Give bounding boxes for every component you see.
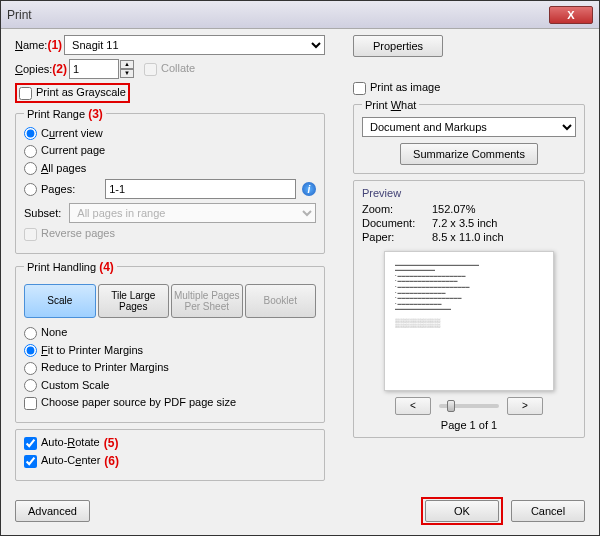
current-view-option[interactable]: Current view [24, 127, 103, 141]
tile-tab[interactable]: Tile Large Pages [98, 284, 170, 318]
none-option[interactable]: None [24, 326, 67, 340]
auto-center-checkbox[interactable] [24, 455, 37, 468]
fit-margins-radio[interactable] [24, 344, 37, 357]
none-radio[interactable] [24, 327, 37, 340]
footer: Advanced OK Cancel [15, 497, 585, 525]
all-pages-radio[interactable] [24, 162, 37, 175]
printer-select[interactable]: Snagit 11 [64, 35, 325, 55]
auto-rotate-checkbox[interactable] [24, 437, 37, 450]
paper-label: Paper: [362, 231, 432, 243]
close-button[interactable]: X [549, 6, 593, 24]
collate-label: Collate [144, 62, 195, 76]
custom-scale-radio[interactable] [24, 379, 37, 392]
titlebar: Print X [1, 1, 599, 29]
preview-legend: Preview [362, 187, 576, 199]
document-label: Document: [362, 217, 432, 229]
grayscale-highlight: Print as Grayscale [15, 83, 130, 103]
annotation-4: (4) [99, 260, 114, 274]
auto-rotate-option[interactable]: Auto-Rotate [24, 436, 100, 450]
pages-radio[interactable] [24, 183, 37, 196]
copies-label: Copies: [15, 63, 52, 75]
prev-page-button[interactable]: < [395, 397, 431, 415]
current-page-option[interactable]: Current page [24, 144, 105, 158]
annotation-3: (3) [88, 107, 103, 121]
preview-group: Preview Zoom:152.07% Document:7.2 x 3.5 … [353, 180, 585, 438]
ok-highlight: OK [421, 497, 503, 525]
subset-select[interactable]: All pages in range [69, 203, 316, 223]
annotation-2: (2) [52, 62, 67, 76]
reverse-pages-checkbox [24, 228, 37, 241]
pages-option[interactable]: Pages: [24, 183, 75, 197]
cancel-button[interactable]: Cancel [511, 500, 585, 522]
right-column: Properties Print as image Print What Doc… [353, 35, 585, 438]
close-icon: X [567, 9, 574, 21]
document-value: 7.2 x 3.5 inch [432, 217, 576, 229]
print-what-legend: Print What [362, 99, 419, 111]
all-pages-option[interactable]: All pages [24, 162, 86, 176]
fit-margins-option[interactable]: Fit to Printer Margins [24, 344, 143, 358]
summarize-button[interactable]: Summarize Comments [400, 143, 538, 165]
multiple-tab[interactable]: Multiple Pages Per Sheet [171, 284, 243, 318]
dialog-content: Name: (1) Snagit 11 Copies: (2) ▲ ▼ Coll… [1, 29, 599, 535]
window-title: Print [7, 8, 549, 22]
zoom-label: Zoom: [362, 203, 432, 215]
print-as-image-checkbox[interactable] [353, 82, 366, 95]
paper-value: 8.5 x 11.0 inch [432, 231, 576, 243]
print-handling-group: Print Handling (4) Scale Tile Large Page… [15, 260, 325, 423]
pages-input[interactable] [105, 179, 296, 199]
print-dialog: Print X Name: (1) Snagit 11 Copies: (2) … [0, 0, 600, 536]
reduce-margins-option[interactable]: Reduce to Printer Margins [24, 361, 169, 375]
copies-up[interactable]: ▲ [120, 60, 134, 69]
annotation-5: (5) [104, 436, 119, 450]
subset-label: Subset: [24, 207, 61, 219]
name-label: Name: [15, 39, 47, 51]
slider-thumb[interactable] [447, 400, 455, 412]
reverse-pages-option: Reverse pages [24, 227, 115, 241]
page-slider[interactable] [439, 404, 499, 408]
grayscale-label[interactable]: Print as Grayscale [19, 86, 126, 98]
choose-paper-checkbox[interactable] [24, 397, 37, 410]
copies-down[interactable]: ▼ [120, 69, 134, 78]
scale-tab[interactable]: Scale [24, 284, 96, 318]
info-icon[interactable]: i [302, 182, 316, 196]
collate-checkbox [144, 63, 157, 76]
custom-scale-option[interactable]: Custom Scale [24, 379, 109, 393]
grayscale-checkbox[interactable] [19, 87, 32, 100]
advanced-button[interactable]: Advanced [15, 500, 90, 522]
ok-button[interactable]: OK [425, 500, 499, 522]
zoom-value: 152.07% [432, 203, 576, 215]
reduce-margins-radio[interactable] [24, 362, 37, 375]
print-as-image-option[interactable]: Print as image [353, 81, 440, 95]
print-what-select[interactable]: Document and Markups [362, 117, 576, 137]
copies-input[interactable] [69, 59, 119, 79]
print-what-group: Print What Document and Markups Summariz… [353, 99, 585, 174]
auto-group: Auto-Rotate (5) Auto-Center (6) [15, 429, 325, 481]
choose-paper-option[interactable]: Choose paper source by PDF page size [24, 396, 236, 410]
next-page-button[interactable]: > [507, 397, 543, 415]
annotation-6: (6) [104, 454, 119, 468]
handling-segments: Scale Tile Large Pages Multiple Pages Pe… [24, 284, 316, 318]
booklet-tab[interactable]: Booklet [245, 284, 317, 318]
print-range-legend: Print Range (3) [24, 107, 106, 121]
print-range-group: Print Range (3) Current view Current pag… [15, 107, 325, 254]
current-view-radio[interactable] [24, 127, 37, 140]
preview-nav: < > [362, 397, 576, 415]
auto-center-option[interactable]: Auto-Center [24, 454, 100, 468]
preview-page: ▬▬▬▬▬▬▬▬▬▬▬▬▬▬▬▬▬▬▬▬▬▬▬▬▬▬▬▬▬▬▬• ▬▬▬▬▬▬▬… [384, 251, 554, 391]
print-handling-legend: Print Handling (4) [24, 260, 117, 274]
properties-button[interactable]: Properties [353, 35, 443, 57]
page-indicator: Page 1 of 1 [362, 419, 576, 431]
annotation-1: (1) [47, 38, 62, 52]
current-page-radio[interactable] [24, 145, 37, 158]
left-column: Name: (1) Snagit 11 Copies: (2) ▲ ▼ Coll… [15, 35, 325, 487]
